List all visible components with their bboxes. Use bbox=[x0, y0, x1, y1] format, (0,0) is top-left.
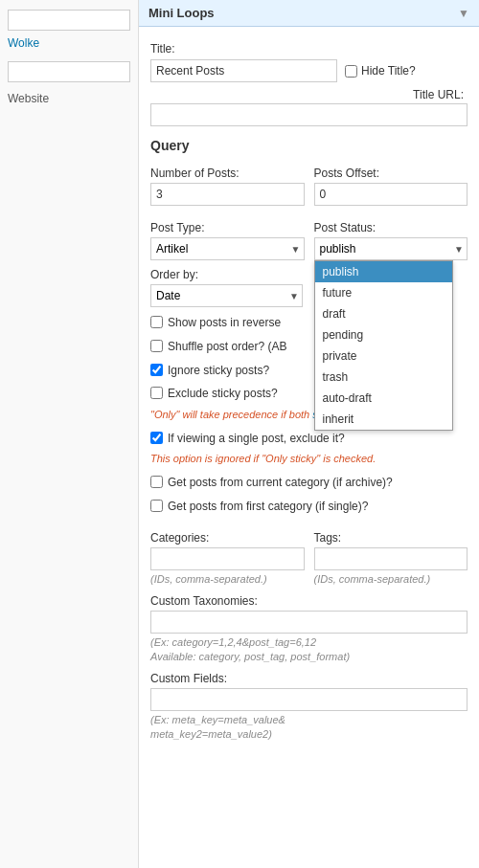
posts-offset-label: Posts Offset: bbox=[314, 167, 468, 180]
shuffle-post-checkbox[interactable] bbox=[150, 340, 163, 352]
post-type-label: Post Type: bbox=[150, 221, 305, 234]
current-cat-row: Get posts from current category (if arch… bbox=[150, 475, 468, 491]
post-status-select[interactable]: publish bbox=[314, 237, 468, 260]
exclude-sticky-label: Exclude sticky posts? bbox=[168, 386, 278, 402]
order-by-section: Order by: Date ▼ bbox=[150, 268, 303, 307]
custom-taxonomies-ex: (Ex: category=1,2,4&post_tag=6,12 bbox=[150, 636, 468, 648]
custom-fields-section: Custom Fields: (Ex: meta_key=meta_value&… bbox=[150, 672, 468, 740]
order-by-select-wrapper: Date ▼ bbox=[150, 284, 303, 307]
dropdown-item-draft[interactable]: draft bbox=[315, 303, 452, 324]
categories-hint: (IDs, comma-separated.) bbox=[150, 573, 305, 585]
ignore-sticky-checkbox[interactable] bbox=[150, 364, 163, 376]
hide-title-label[interactable]: Hide Title? bbox=[345, 64, 416, 78]
show-posts-reverse-label: Show posts in reverse bbox=[168, 315, 281, 331]
hide-title-checkbox[interactable] bbox=[345, 65, 357, 78]
custom-fields-input[interactable] bbox=[150, 688, 468, 711]
only-highlight: "Only" bbox=[150, 409, 179, 420]
post-type-select-wrapper: Artikel ▼ bbox=[150, 237, 305, 260]
current-cat-checkbox[interactable] bbox=[150, 476, 163, 488]
post-type-status-row: Post Type: Artikel ▼ Post Status: publis… bbox=[150, 213, 468, 260]
sidebar-website-input[interactable] bbox=[8, 61, 130, 82]
exclude-sticky-checkbox[interactable] bbox=[150, 387, 163, 399]
order-by-select[interactable]: Date bbox=[150, 284, 303, 307]
posts-row: Number of Posts: Posts Offset: bbox=[150, 159, 468, 206]
single-post-checkbox[interactable] bbox=[150, 432, 163, 444]
sticky-info-main: will take precedence if both bbox=[183, 409, 313, 420]
tags-input[interactable] bbox=[314, 547, 468, 570]
query-heading: Query bbox=[150, 138, 468, 153]
title-url-input[interactable] bbox=[150, 103, 468, 126]
num-posts-input[interactable] bbox=[150, 183, 305, 206]
shuffle-post-label: Shuffle post order? (AB bbox=[168, 339, 287, 355]
custom-taxonomies-input[interactable] bbox=[150, 611, 468, 634]
post-status-section: Post Status: publish ▼ publish future dr… bbox=[314, 213, 468, 260]
title-label: Title: bbox=[150, 42, 468, 56]
post-status-dropdown[interactable]: publish future draft pending private tra… bbox=[314, 260, 453, 431]
dropdown-item-inherit[interactable]: inherit bbox=[315, 409, 452, 430]
title-url-label: Title URL: bbox=[413, 88, 464, 101]
custom-fields-ex1: (Ex: meta_key=meta_value& bbox=[150, 714, 468, 725]
post-status-label: Post Status: bbox=[314, 221, 468, 234]
sidebar: Wolke Website bbox=[0, 0, 139, 868]
single-post-label: If viewing a single post, exclude it? bbox=[168, 431, 345, 447]
dropdown-item-future[interactable]: future bbox=[315, 282, 452, 303]
num-posts-label: Number of Posts: bbox=[150, 167, 305, 180]
first-cat-checkbox[interactable] bbox=[150, 500, 163, 512]
widget-header: Mini Loops ▼ bbox=[139, 0, 479, 27]
posts-offset-input[interactable] bbox=[314, 183, 468, 206]
single-post-info: This option is ignored if "Only sticky" … bbox=[150, 452, 468, 466]
widget-collapse-arrow[interactable]: ▼ bbox=[458, 7, 469, 20]
dropdown-item-private[interactable]: private bbox=[315, 345, 452, 367]
title-section: Title: Hide Title? bbox=[150, 42, 468, 82]
first-cat-row: Get posts from first category (if single… bbox=[150, 499, 468, 515]
custom-fields-label: Custom Fields: bbox=[150, 672, 468, 685]
custom-taxonomies-avail: Available: category, post_tag, post_form… bbox=[150, 651, 468, 662]
order-by-label: Order by: bbox=[150, 268, 303, 281]
custom-taxonomies-section: Custom Taxonomies: (Ex: category=1,2,4&p… bbox=[150, 594, 468, 662]
sidebar-input[interactable] bbox=[8, 10, 130, 31]
current-cat-label: Get posts from current category (if arch… bbox=[168, 475, 393, 491]
dropdown-item-pending[interactable]: pending bbox=[315, 324, 452, 345]
dropdown-item-publish[interactable]: publish bbox=[315, 261, 452, 282]
widget-title: Mini Loops bbox=[148, 6, 215, 20]
dropdown-item-trash[interactable]: trash bbox=[315, 367, 452, 388]
dropdown-item-auto-draft[interactable]: auto-draft bbox=[315, 388, 452, 409]
hide-title-text: Hide Title? bbox=[361, 64, 416, 78]
categories-input[interactable] bbox=[150, 547, 305, 570]
sidebar-wolke-link[interactable]: Wolke bbox=[8, 36, 39, 50]
custom-fields-ex2: meta_key2=meta_value2) bbox=[150, 728, 468, 740]
categories-tags-row: Categories: (IDs, comma-separated.) Tags… bbox=[150, 523, 468, 585]
title-input[interactable] bbox=[150, 59, 337, 82]
tags-label: Tags: bbox=[314, 531, 468, 545]
widget-content: Title: Hide Title? Title URL: Query bbox=[139, 27, 479, 747]
categories-label: Categories: bbox=[150, 531, 305, 545]
main-panel: Mini Loops ▼ Title: Hide Title? Title UR… bbox=[139, 0, 479, 868]
first-cat-label: Get posts from first category (if single… bbox=[168, 499, 368, 515]
sidebar-website-label: Website bbox=[8, 92, 130, 105]
title-url-section: Title URL: bbox=[150, 88, 468, 101]
show-posts-reverse-checkbox[interactable] bbox=[150, 316, 163, 328]
ignore-sticky-label: Ignore sticky posts? bbox=[168, 363, 269, 379]
post-status-select-wrapper: publish ▼ bbox=[314, 237, 468, 260]
custom-taxonomies-label: Custom Taxonomies: bbox=[150, 594, 468, 608]
tags-hint: (IDs, comma-separated.) bbox=[314, 573, 468, 585]
post-type-select[interactable]: Artikel bbox=[150, 237, 305, 260]
single-post-row: If viewing a single post, exclude it? bbox=[150, 431, 468, 447]
